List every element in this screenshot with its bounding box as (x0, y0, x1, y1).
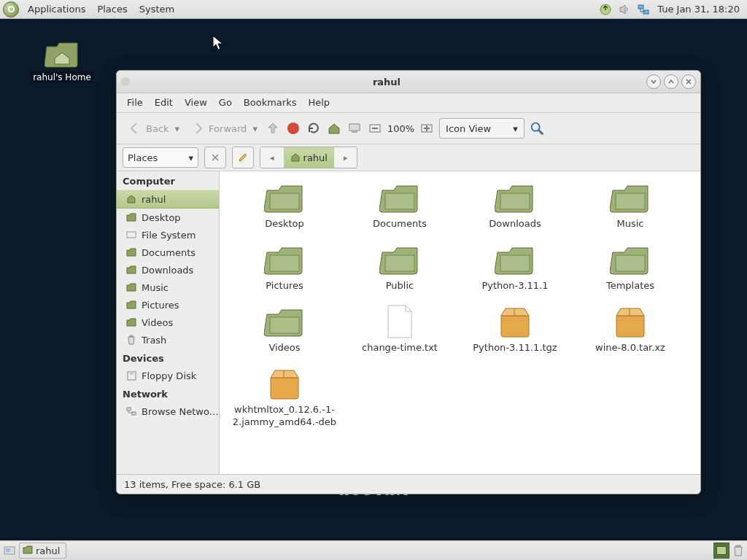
clock[interactable]: Tue Jan 31, 18:20 (653, 4, 744, 15)
search-button[interactable] (529, 120, 545, 136)
file-item[interactable]: Pictures (230, 244, 339, 292)
sidebar-item-desktop[interactable]: Desktop (117, 209, 219, 226)
file-item[interactable]: Public (345, 244, 454, 292)
menubar: File Edit View Go Bookmarks Help (117, 93, 700, 113)
back-button[interactable]: Back ▾ (124, 119, 182, 138)
sidebar-item-floppy[interactable]: Floppy Disk (117, 367, 219, 384)
menu-bookmarks[interactable]: Bookmarks (238, 93, 303, 112)
file-item[interactable]: Templates (576, 244, 685, 292)
sidebar-item-filesystem[interactable]: File System (117, 226, 219, 244)
svg-line-12 (539, 131, 543, 135)
workspace-switcher[interactable] (713, 542, 729, 559)
file-item[interactable]: change-time.txt (345, 306, 454, 354)
close-sidebar-button[interactable] (204, 147, 226, 168)
window-title: rahul (130, 77, 643, 88)
sidebar: Computer rahul Desktop File System Docum… (117, 171, 220, 474)
menu-help[interactable]: Help (302, 93, 336, 112)
window-menu-icon[interactable] (121, 77, 130, 86)
file-pane[interactable]: Desktop Documents Downloads Music Pictur… (220, 171, 700, 474)
forward-button[interactable]: Forward ▾ (187, 119, 260, 138)
sidebar-item-music[interactable]: Music (117, 279, 219, 296)
close-button[interactable] (681, 74, 696, 89)
archive-icon (264, 368, 305, 400)
path-next-button[interactable]: ▸ (334, 147, 357, 168)
sidebar-item-trash[interactable]: Trash (117, 331, 219, 349)
trash-icon (125, 334, 137, 346)
sidebar-item-home[interactable]: rahul (117, 190, 219, 209)
file-item[interactable]: wkhtmltox_0.12.6.-1-2.jammy_amd64.-deb (230, 368, 339, 429)
svg-rect-28 (6, 548, 10, 552)
desktop-home-icon[interactable]: rahul's Home (26, 39, 98, 83)
sidebar-item-label: Videos (142, 317, 173, 328)
file-item[interactable]: wine-8.0.tar.xz (576, 306, 685, 354)
forward-label: Forward (209, 123, 247, 134)
sidebar-item-documents[interactable]: Documents (117, 244, 219, 261)
status-text: 13 items, Free space: 6.1 GB (124, 479, 260, 490)
zoom-in-button[interactable] (419, 120, 435, 136)
zoom-out-button[interactable] (367, 120, 383, 136)
file-item[interactable]: Python-3.11.1 (460, 244, 570, 292)
sidebar-item-downloads[interactable]: Downloads (117, 261, 219, 279)
computer-button[interactable] (347, 120, 363, 136)
file-item-label: Documents (345, 218, 454, 230)
menu-go[interactable]: Go (213, 93, 238, 112)
main-menu-icon[interactable] (3, 1, 19, 18)
menu-file[interactable]: File (121, 93, 149, 112)
file-item[interactable]: Python-3.11.1.tgz (460, 306, 570, 354)
system-menu[interactable]: System (133, 0, 180, 19)
forward-dropdown-icon[interactable]: ▾ (252, 123, 258, 134)
file-item-label: Desktop (230, 218, 339, 230)
sidebar-item-label: Trash (142, 335, 166, 346)
trash-applet[interactable] (732, 544, 744, 557)
folder-icon (23, 545, 33, 556)
sidebar-item-videos[interactable]: Videos (117, 314, 219, 331)
svg-rect-23 (385, 255, 414, 271)
text-icon (379, 306, 420, 338)
path-bar: ◂ rahul ▸ (260, 147, 357, 168)
path-prev-button[interactable]: ◂ (260, 147, 285, 168)
minimize-button[interactable] (646, 74, 661, 89)
menu-view[interactable]: View (179, 93, 213, 112)
folder-icon (495, 182, 535, 214)
places-combo[interactable]: Places ▾ (123, 147, 198, 168)
home-button[interactable] (326, 120, 342, 136)
show-desktop-button[interactable] (3, 544, 16, 557)
taskbar-task-rahul[interactable]: rahul (19, 542, 66, 559)
file-manager-window: rahul File Edit View Go Bookmarks Help (116, 70, 701, 494)
view-mode-label: Icon View (446, 123, 491, 134)
view-mode-select[interactable]: Icon View ▾ (439, 118, 525, 139)
floppy-icon (125, 370, 137, 381)
file-item-label: Python-3.11.1 (460, 280, 570, 292)
up-button[interactable] (265, 120, 281, 136)
folder-icon (125, 299, 137, 311)
update-tray-icon[interactable] (598, 2, 613, 17)
file-item[interactable]: Downloads (460, 182, 570, 230)
network-icon (125, 405, 137, 417)
maximize-button[interactable] (664, 74, 678, 89)
svg-rect-4 (349, 124, 360, 131)
places-menu[interactable]: Places (91, 0, 133, 19)
edit-location-button[interactable] (232, 147, 254, 168)
stop-button[interactable] (285, 120, 301, 136)
file-item-label: change-time.txt (345, 342, 454, 354)
back-dropdown-icon[interactable]: ▾ (175, 123, 180, 134)
folder-icon (379, 182, 420, 214)
network-tray-icon[interactable] (636, 2, 651, 17)
folder-icon (125, 316, 137, 328)
status-bar: 13 items, Free space: 6.1 GB (117, 474, 700, 494)
zoom-level: 100% (387, 123, 414, 134)
file-item[interactable]: Desktop (230, 182, 339, 230)
menu-edit[interactable]: Edit (149, 93, 179, 112)
volume-tray-icon[interactable] (617, 2, 632, 17)
sidebar-item-pictures[interactable]: Pictures (117, 296, 219, 314)
file-item[interactable]: Documents (345, 182, 454, 230)
desktop[interactable]: rahul's Home debian rahul File Edit View… (0, 19, 747, 541)
path-current-label: rahul (303, 152, 328, 163)
reload-button[interactable] (306, 120, 322, 136)
applications-menu[interactable]: Applications (22, 0, 91, 19)
file-item[interactable]: Music (576, 182, 685, 230)
file-item[interactable]: Videos (230, 306, 339, 354)
titlebar[interactable]: rahul (117, 71, 700, 93)
sidebar-item-browse-network[interactable]: Browse Netwo… (117, 402, 219, 420)
path-current-folder[interactable]: rahul (285, 147, 334, 168)
